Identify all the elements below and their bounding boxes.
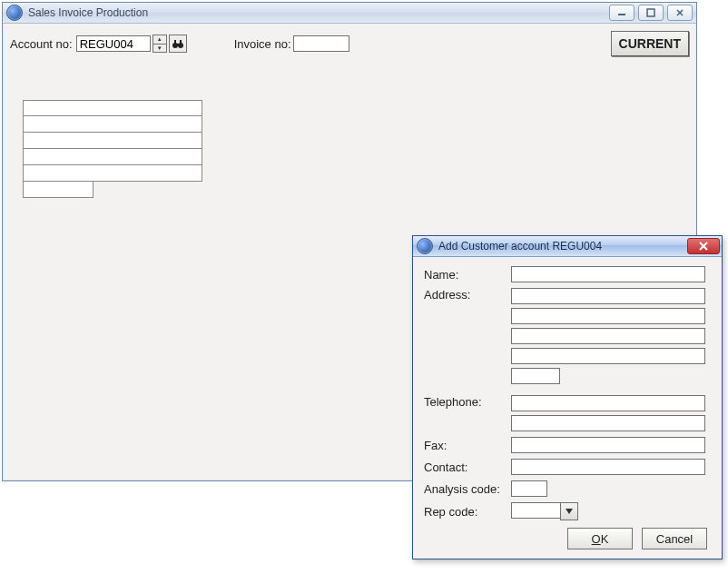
analysis-code-input[interactable] bbox=[511, 480, 547, 497]
close-icon bbox=[698, 242, 709, 251]
top-row: Account no: ▲ ▼ Invoice no: bbox=[10, 31, 689, 56]
label-analysis-code: Analysis code: bbox=[424, 482, 511, 496]
maximize-icon bbox=[646, 8, 655, 17]
address-input-5[interactable] bbox=[511, 368, 560, 384]
row-analysis-code: Analysis code: bbox=[424, 480, 711, 497]
lookup-button[interactable] bbox=[169, 35, 187, 53]
chevron-down-icon bbox=[566, 509, 573, 514]
rep-code-combo[interactable] bbox=[511, 502, 578, 520]
maximize-button[interactable] bbox=[638, 5, 664, 21]
label-telephone: Telephone: bbox=[424, 395, 511, 409]
account-spinner[interactable]: ▲ ▼ bbox=[152, 35, 167, 53]
address-input-1[interactable] bbox=[511, 288, 705, 304]
binoculars-icon bbox=[172, 38, 184, 49]
name-input[interactable] bbox=[511, 266, 705, 282]
close-button[interactable] bbox=[667, 5, 693, 21]
invoice-block: Invoice no: bbox=[234, 35, 349, 52]
rep-code-dropdown-button[interactable] bbox=[560, 502, 578, 520]
svg-rect-6 bbox=[176, 44, 180, 45]
telephone-input-1[interactable] bbox=[511, 395, 705, 411]
dialog-titlebar: Add Customer account REGU004 bbox=[413, 236, 722, 257]
dialog-buttons: OK Cancel bbox=[424, 528, 711, 549]
addr-line-short[interactable] bbox=[23, 182, 93, 198]
telephone-input-2[interactable] bbox=[511, 415, 705, 431]
row-fax: Fax: bbox=[424, 437, 711, 453]
row-contact: Contact: bbox=[424, 459, 711, 475]
addr-line[interactable] bbox=[23, 116, 202, 133]
label-fax: Fax: bbox=[424, 439, 511, 452]
contact-input[interactable] bbox=[511, 459, 705, 475]
label-name: Name: bbox=[424, 268, 511, 282]
cancel-button-label: Cancel bbox=[656, 532, 693, 546]
main-client-area: Account no: ▲ ▼ Invoice no: bbox=[3, 24, 696, 205]
fax-input[interactable] bbox=[511, 437, 705, 453]
cancel-button[interactable]: Cancel bbox=[642, 528, 707, 549]
address-inputs bbox=[511, 288, 705, 384]
addr-line[interactable] bbox=[23, 133, 202, 149]
app-icon bbox=[417, 238, 433, 254]
ok-button-label: OK bbox=[592, 532, 609, 546]
spinner-up-icon: ▲ bbox=[153, 35, 166, 44]
current-button[interactable]: CURRENT bbox=[611, 31, 689, 56]
dialog-client-area: Name: Address: Telephone: bbox=[413, 257, 722, 559]
close-icon bbox=[675, 8, 684, 17]
address-input-2[interactable] bbox=[511, 308, 705, 324]
address-input-3[interactable] bbox=[511, 328, 705, 344]
row-name: Name: bbox=[424, 266, 711, 282]
main-window-title: Sales Invoice Production bbox=[28, 6, 604, 19]
account-no-label: Account no: bbox=[10, 37, 73, 51]
main-titlebar: Sales Invoice Production bbox=[3, 3, 696, 24]
label-address: Address: bbox=[424, 288, 511, 302]
row-address: Address: bbox=[424, 288, 711, 384]
app-icon bbox=[6, 5, 23, 21]
dialog-close-button[interactable] bbox=[687, 238, 720, 254]
ok-button[interactable]: OK bbox=[567, 528, 633, 549]
row-rep-code: Rep code: bbox=[424, 502, 711, 520]
svg-rect-4 bbox=[174, 40, 176, 44]
minimize-icon bbox=[617, 8, 626, 17]
current-button-label: CURRENT bbox=[619, 36, 681, 51]
label-contact: Contact: bbox=[424, 460, 511, 474]
add-customer-dialog: Add Customer account REGU004 Name: Addre… bbox=[412, 235, 723, 559]
invoice-no-label: Invoice no: bbox=[234, 37, 291, 51]
addr-line[interactable] bbox=[23, 165, 202, 182]
row-telephone: Telephone: bbox=[424, 395, 711, 431]
svg-rect-5 bbox=[180, 40, 182, 44]
svg-rect-0 bbox=[618, 14, 625, 15]
label-rep-code: Rep code: bbox=[424, 505, 511, 519]
address-input-4[interactable] bbox=[511, 348, 705, 364]
dialog-title: Add Customer account REGU004 bbox=[438, 240, 682, 252]
rep-code-input[interactable] bbox=[511, 502, 560, 519]
spinner-down-icon: ▼ bbox=[153, 44, 166, 53]
addr-line[interactable] bbox=[23, 149, 202, 165]
svg-rect-1 bbox=[647, 9, 654, 16]
account-no-input[interactable] bbox=[76, 35, 151, 52]
addr-line[interactable] bbox=[23, 100, 202, 116]
main-address-block bbox=[23, 100, 689, 198]
telephone-inputs bbox=[511, 395, 705, 431]
invoice-no-input[interactable] bbox=[293, 35, 349, 52]
window-controls bbox=[609, 5, 693, 21]
minimize-button[interactable] bbox=[609, 5, 635, 21]
